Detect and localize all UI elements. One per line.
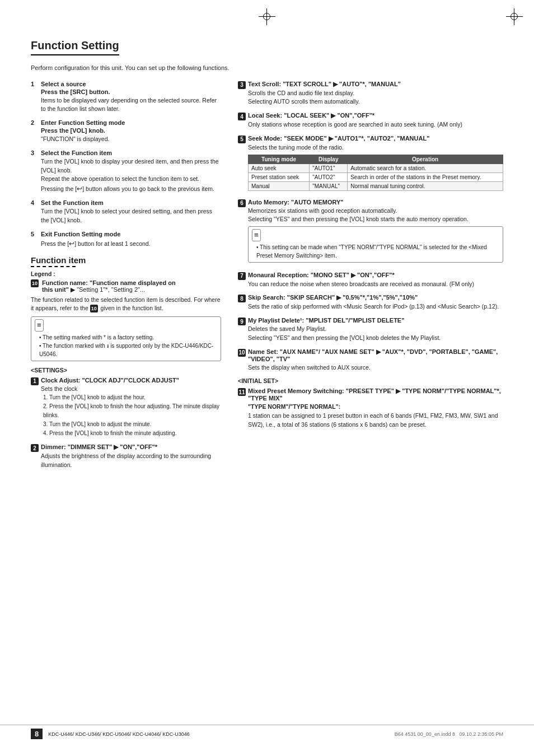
step-4-content: Set the Function item Turn the [VOL] kno… (41, 199, 221, 225)
ritem-10-content: Name Set: "AUX NAME"/ "AUX NAME SET" ▶ "… (248, 348, 503, 372)
ritem-11-sublabel: "TYPE NORM"/"TYPE NORMAL": (248, 403, 340, 410)
ritem-9-title: My Playlist Delete¹: "MPLIST DEL"/"MPLIS… (248, 317, 503, 324)
ritem-10: 10 Name Set: "AUX NAME"/ "AUX NAME SET" … (238, 348, 503, 372)
note-item-1: The setting marked with * is a factory s… (39, 333, 217, 342)
ritem-3-body: Scrolls the CD and audio file text displ… (248, 89, 503, 107)
step-2-content: Enter Function Setting mode Press the [V… (41, 119, 221, 144)
settings-item-1: 1 Clock Adjust: "CLOCK ADJ"/"CLOCK ADJUS… (31, 377, 221, 438)
ritem-8-values: "0.5%"*,"1%","5%","10%" (343, 294, 418, 301)
step-4-number: 4 (31, 199, 38, 225)
func-name-item: 10 Function name: "Function name display… (31, 279, 221, 293)
ritem-3-title: Text Scroll: "TEXT SCROLL" ▶ "AUTO"*, "M… (248, 81, 503, 88)
ritem-6-note: ≡ This setting can be made when "TYPE NO… (248, 226, 503, 263)
ritem-4: 4 Local Seek: "LOCAL SEEK" ▶ "ON","OFF"*… (238, 112, 503, 129)
ritem-5-content: Seek Mode: "SEEK MODE" ▶ "AUTO1"*, "AUTO… (248, 135, 503, 193)
settings-item-1-title: Clock Adjust: "CLOCK ADJ"/"CLOCK ADJUST" (41, 377, 221, 384)
table-cell: Auto seek (249, 164, 310, 172)
table-cell: Preset station seek (249, 172, 310, 181)
table-cell: Search in order of the stations in the P… (348, 172, 503, 181)
clock-step-3: 3. Turn the [VOL] knob to adjust the min… (43, 420, 221, 429)
ritem-7-content: Monaural Reception: "MONO SET" ▶ "ON","O… (248, 272, 503, 289)
settings-item-1-body: Sets the clock 1. Turn the [VOL] knob to… (41, 385, 221, 438)
two-column-layout: 1 Select a source Press the [SRC] button… (31, 81, 503, 475)
step-1-body: Items to be displayed vary depending on … (41, 96, 221, 114)
reg-mark-top (259, 8, 275, 25)
table-cell: "MANUAL" (310, 181, 348, 190)
ritem-8: 8 Skip Search: "SKIP SEARCH" ▶ "0.5%"*,"… (238, 294, 503, 311)
ritem-9-body: Deletes the saved My Playlist. Selecting… (248, 325, 503, 343)
footer: 8 KDC-U446/ KDC-U346/ KDC-U5046/ KDC-U40… (0, 725, 534, 739)
step-2-subtitle: Press the [VOL] knob. (41, 127, 221, 134)
ritem-7-title: Monaural Reception: "MONO SET" ▶ "ON","O… (248, 272, 503, 279)
clock-step-4: 4. Press the [VOL] knob to finish the mi… (43, 429, 221, 438)
table-cell: "AUTO2" (310, 172, 348, 181)
dimmer-values: "ON","OFF"* (120, 444, 157, 450)
table-cell: "AUTO1" (310, 164, 348, 172)
table-cell: Manual (249, 181, 310, 190)
settings-item-2: 2 Dimmer: "DIMMER SET" ▶ "ON","OFF"* Adj… (31, 444, 221, 470)
footer-models: KDC-U446/ KDC-U346/ KDC-U5046/ KDC-U4046… (48, 731, 190, 737)
ritem-10-body: Sets the display when switched to AUX so… (248, 363, 503, 372)
left-column: 1 Select a source Press the [SRC] button… (31, 81, 221, 475)
ritem-6-title: Auto Memory: "AUTO MEMORY" (248, 199, 503, 206)
ritem-7-badge: 7 (238, 272, 246, 280)
footer-file: B64 4531 00_00_en.indd 8 09.10.2 2:35:05… (395, 731, 503, 737)
settings-item-1-badge: 1 (31, 377, 39, 385)
func-ref-badge: 10 (90, 305, 98, 312)
ritem-5: 5 Seek Mode: "SEEK MODE" ▶ "AUTO1"*, "AU… (238, 135, 503, 193)
ritem-9: 9 My Playlist Delete¹: "MPLIST DEL"/"MPL… (238, 317, 503, 343)
step-4: 4 Set the Function item Turn the [VOL] k… (31, 199, 221, 225)
ritem-6-note-icon: ≡ (252, 229, 261, 241)
step-2-title: Enter Function Setting mode (41, 119, 221, 126)
step-1-subtitle: Press the [SRC] button. (41, 88, 221, 95)
ritem-6-note-item: This setting can be made when "TYPE NORM… (256, 243, 499, 260)
settings-item-2-body: Adjusts the brightness of the display ac… (41, 452, 221, 470)
func-name-badge: 10 (31, 279, 39, 287)
step-1-title: Select a source (41, 81, 221, 87)
table-header-operation: Operation (348, 155, 503, 164)
note-item-2: The function marked with ᵻ is supported … (39, 342, 217, 358)
func-name-arrow: ▶ (71, 286, 77, 293)
step-3: 3 Select the Function item Turn the [VOL… (31, 150, 221, 194)
function-item-title: Function item (31, 255, 221, 265)
settings-item-2-title: Dimmer: "DIMMER SET" ▶ "ON","OFF"* (41, 444, 221, 451)
table-cell: Normal manual tuning control. (348, 181, 503, 190)
ritem-7: 7 Monaural Reception: "MONO SET" ▶ "ON",… (238, 272, 503, 289)
ritem-11-title: Mixed Preset Memory Switching: "PRESET T… (248, 388, 503, 402)
ritem-5-body: Selects the tuning mode of the radio. (248, 143, 503, 152)
step-2-body: "FUNCTION" is displayed. (41, 135, 221, 144)
func-name-sub: this unit" (42, 286, 69, 293)
func-name-content: Function name: "Function name displayed … (42, 279, 176, 293)
step-5: 5 Exit Function Setting mode Press the [… (31, 231, 221, 249)
function-item-section: Function item Legend : 10 Function name:… (31, 255, 221, 361)
table-cell: Automatic search for a station. (348, 164, 503, 172)
func-name-values: "Setting 1"*, "Setting 2"... (77, 286, 145, 293)
ritem-6-badge: 6 (238, 199, 246, 207)
step-3-number: 3 (31, 150, 38, 194)
step-5-body: Press the [↩] button for at least 1 seco… (41, 239, 221, 249)
ritem-11: 11 Mixed Preset Memory Switching: "PRESE… (238, 388, 503, 429)
ritem-4-badge: 4 (238, 113, 246, 120)
page-title: Function Setting (31, 39, 119, 55)
settings-item-1-content: Clock Adjust: "CLOCK ADJ"/"CLOCK ADJUST"… (41, 377, 221, 438)
step-4-body: Turn the [VOL] knob to select your desir… (41, 207, 221, 225)
table-row: Preset station seek "AUTO2" Search in or… (249, 172, 503, 181)
ritem-4-values: "ON","OFF"* (337, 112, 374, 119)
ritem-5-badge: 5 (238, 136, 246, 143)
step-5-content: Exit Function Setting mode Press the [↩]… (41, 231, 221, 249)
table-header-tuning: Tuning mode (249, 155, 310, 164)
clock-steps-list: 1. Turn the [VOL] knob to adjust the hou… (41, 393, 221, 438)
clock-step-2: 2. Press the [VOL] knob to finish the ho… (43, 402, 221, 420)
ritem-7-body: You can reduce the noise when stereo bro… (248, 280, 503, 289)
table-row: Manual "MANUAL" Normal manual tuning con… (249, 181, 503, 190)
step-3-content: Select the Function item Turn the [VOL] … (41, 150, 221, 194)
ritem-11-badge: 11 (238, 388, 246, 396)
settings-section: <SETTINGS> 1 Clock Adjust: "CLOCK ADJ"/"… (31, 367, 221, 470)
ritem-4-content: Local Seek: "LOCAL SEEK" ▶ "ON","OFF"* O… (248, 112, 503, 129)
note-box: ≡ The setting marked with * is a factory… (31, 316, 221, 361)
ritem-3: 3 Text Scroll: "TEXT SCROLL" ▶ "AUTO"*, … (238, 81, 503, 107)
ritem-6: 6 Auto Memory: "AUTO MEMORY" Memorizes s… (238, 199, 503, 266)
ritem-11-bodytext: 1 station can be assigned to 1 preset bu… (248, 412, 498, 428)
ritem-5-values: "AUTO1"*, "AUTO2", "MANUAL" (335, 135, 430, 142)
ritem-3-badge: 3 (238, 81, 246, 89)
